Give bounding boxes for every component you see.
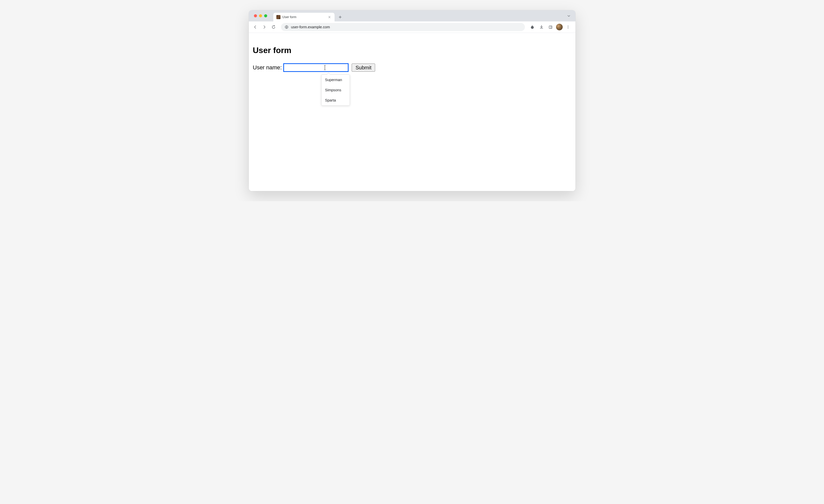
url-text: user-form.example.com	[291, 25, 330, 29]
svg-point-3	[568, 25, 568, 26]
submit-button[interactable]: Submit	[352, 64, 375, 72]
autocomplete-item[interactable]: Superman	[321, 75, 349, 85]
svg-point-4	[568, 27, 568, 27]
forward-button[interactable]	[261, 23, 268, 31]
extensions-button[interactable]	[528, 23, 536, 31]
traffic-lights	[252, 10, 269, 21]
tab-overflow-button[interactable]	[566, 13, 572, 19]
window-minimize-button[interactable]	[259, 14, 262, 17]
side-panel-button[interactable]	[547, 23, 554, 31]
tab-title: User form	[283, 15, 325, 19]
svg-rect-1	[549, 26, 552, 28]
autocomplete-item[interactable]: Sparta	[321, 95, 349, 105]
autocomplete-item[interactable]: Simpsons	[321, 85, 349, 95]
reload-button[interactable]	[270, 23, 277, 31]
page-content: User form User name: Submit Superman Sim…	[249, 33, 576, 191]
window-fullscreen-button[interactable]	[264, 14, 267, 17]
browser-chrome: User form	[249, 10, 576, 33]
toolbar-right	[528, 23, 573, 31]
page-title: User form	[253, 46, 572, 55]
back-button[interactable]	[251, 23, 259, 31]
menu-button[interactable]	[564, 23, 572, 31]
new-tab-button[interactable]	[337, 13, 344, 21]
browser-toolbar: user-form.example.com	[249, 21, 576, 33]
tab-favicon-icon	[276, 15, 281, 19]
downloads-button[interactable]	[538, 23, 545, 31]
autocomplete-dropdown: Superman Simpsons Sparta	[321, 75, 350, 106]
site-info-icon	[285, 25, 289, 29]
browser-window: User form	[249, 10, 576, 191]
user-form-row: User name: Submit Superman Simpsons Spar…	[253, 63, 572, 72]
window-close-button[interactable]	[254, 14, 257, 17]
browser-tab[interactable]: User form	[273, 13, 334, 21]
address-bar[interactable]: user-form.example.com	[281, 23, 525, 31]
username-label: User name:	[253, 64, 282, 71]
svg-point-5	[568, 28, 568, 28]
tab-bar: User form	[249, 10, 576, 21]
username-input[interactable]	[283, 63, 348, 72]
profile-avatar[interactable]	[556, 24, 563, 30]
tab-close-button[interactable]	[327, 15, 331, 19]
